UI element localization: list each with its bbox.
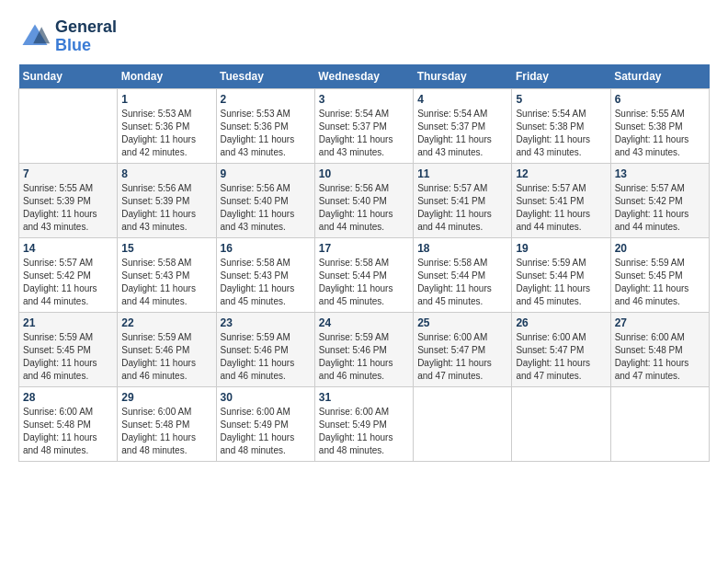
day-info: Sunrise: 6:00 AMSunset: 5:47 PMDaylight:…	[417, 331, 507, 383]
day-number: 28	[23, 391, 113, 404]
calendar-body: 1Sunrise: 5:53 AMSunset: 5:36 PMDaylight…	[19, 88, 710, 461]
day-cell	[414, 386, 512, 461]
day-cell: 20Sunrise: 5:59 AMSunset: 5:45 PMDayligh…	[610, 237, 709, 312]
day-cell: 21Sunrise: 5:59 AMSunset: 5:45 PMDayligh…	[19, 312, 118, 386]
day-info: Sunrise: 6:00 AMSunset: 5:48 PMDaylight:…	[23, 406, 113, 457]
day-cell: 24Sunrise: 5:59 AMSunset: 5:46 PMDayligh…	[314, 312, 413, 386]
day-cell	[512, 386, 610, 461]
day-cell: 23Sunrise: 5:59 AMSunset: 5:46 PMDayligh…	[216, 312, 314, 386]
day-info: Sunrise: 5:54 AMSunset: 5:38 PMDaylight:…	[516, 108, 606, 159]
day-info: Sunrise: 6:00 AMSunset: 5:49 PMDaylight:…	[319, 406, 409, 457]
day-number: 20	[615, 242, 705, 255]
week-row-1: 1Sunrise: 5:53 AMSunset: 5:36 PMDaylight…	[19, 88, 710, 163]
header-cell-friday: Friday	[512, 64, 610, 89]
day-info: Sunrise: 5:58 AMSunset: 5:43 PMDaylight:…	[121, 257, 211, 308]
day-cell: 19Sunrise: 5:59 AMSunset: 5:44 PMDayligh…	[512, 237, 610, 312]
calendar-header: SundayMondayTuesdayWednesdayThursdayFrid…	[19, 64, 710, 89]
week-row-2: 7Sunrise: 5:55 AMSunset: 5:39 PMDaylight…	[19, 163, 710, 237]
day-number: 26	[516, 316, 606, 329]
day-cell: 14Sunrise: 5:57 AMSunset: 5:42 PMDayligh…	[19, 237, 118, 312]
day-cell: 13Sunrise: 5:57 AMSunset: 5:42 PMDayligh…	[610, 163, 709, 237]
day-number: 15	[121, 242, 211, 255]
day-number: 1	[121, 93, 211, 106]
day-info: Sunrise: 5:57 AMSunset: 5:41 PMDaylight:…	[417, 182, 507, 234]
header-row: SundayMondayTuesdayWednesdayThursdayFrid…	[19, 64, 710, 89]
day-number: 4	[417, 93, 507, 106]
header-cell-sunday: Sunday	[19, 64, 118, 89]
logo: General Blue	[18, 18, 117, 55]
day-number: 14	[23, 242, 113, 255]
logo-icon	[18, 20, 51, 53]
day-info: Sunrise: 6:00 AMSunset: 5:49 PMDaylight:…	[221, 406, 311, 457]
day-number: 25	[417, 316, 507, 329]
day-cell: 10Sunrise: 5:56 AMSunset: 5:40 PMDayligh…	[314, 163, 413, 237]
day-number: 2	[221, 93, 311, 106]
day-number: 30	[221, 391, 311, 404]
day-number: 6	[615, 93, 705, 106]
day-number: 7	[23, 167, 113, 180]
day-number: 3	[319, 93, 409, 106]
day-number: 19	[516, 242, 606, 255]
header-cell-saturday: Saturday	[610, 64, 709, 89]
day-cell: 27Sunrise: 6:00 AMSunset: 5:48 PMDayligh…	[610, 312, 709, 386]
day-info: Sunrise: 5:57 AMSunset: 5:42 PMDaylight:…	[23, 257, 113, 308]
day-info: Sunrise: 5:58 AMSunset: 5:44 PMDaylight:…	[417, 257, 507, 308]
day-cell: 30Sunrise: 6:00 AMSunset: 5:49 PMDayligh…	[216, 386, 314, 461]
day-info: Sunrise: 5:57 AMSunset: 5:41 PMDaylight:…	[516, 182, 606, 234]
day-number: 13	[615, 167, 705, 180]
day-info: Sunrise: 5:59 AMSunset: 5:46 PMDaylight:…	[221, 331, 311, 383]
day-cell: 5Sunrise: 5:54 AMSunset: 5:38 PMDaylight…	[512, 88, 610, 163]
day-cell: 15Sunrise: 5:58 AMSunset: 5:43 PMDayligh…	[118, 237, 216, 312]
day-number: 31	[319, 391, 409, 404]
day-number: 5	[516, 93, 606, 106]
header-cell-tuesday: Tuesday	[216, 64, 314, 89]
day-info: Sunrise: 5:59 AMSunset: 5:44 PMDaylight:…	[516, 257, 606, 308]
day-info: Sunrise: 5:56 AMSunset: 5:40 PMDaylight:…	[319, 182, 409, 234]
day-number: 18	[417, 242, 507, 255]
day-number: 21	[23, 316, 113, 329]
day-cell: 1Sunrise: 5:53 AMSunset: 5:36 PMDaylight…	[118, 88, 216, 163]
day-info: Sunrise: 5:54 AMSunset: 5:37 PMDaylight:…	[417, 108, 507, 159]
header: General Blue	[18, 18, 710, 55]
day-cell: 8Sunrise: 5:56 AMSunset: 5:39 PMDaylight…	[118, 163, 216, 237]
day-info: Sunrise: 5:56 AMSunset: 5:40 PMDaylight:…	[221, 182, 311, 234]
day-cell: 29Sunrise: 6:00 AMSunset: 5:48 PMDayligh…	[118, 386, 216, 461]
day-cell: 16Sunrise: 5:58 AMSunset: 5:43 PMDayligh…	[216, 237, 314, 312]
day-info: Sunrise: 6:00 AMSunset: 5:48 PMDaylight:…	[615, 331, 705, 383]
day-number: 27	[615, 316, 705, 329]
day-cell: 2Sunrise: 5:53 AMSunset: 5:36 PMDaylight…	[216, 88, 314, 163]
day-info: Sunrise: 5:58 AMSunset: 5:43 PMDaylight:…	[221, 257, 311, 308]
day-number: 10	[319, 167, 409, 180]
day-number: 29	[121, 391, 211, 404]
day-cell: 31Sunrise: 6:00 AMSunset: 5:49 PMDayligh…	[314, 386, 413, 461]
day-info: Sunrise: 6:00 AMSunset: 5:48 PMDaylight:…	[121, 406, 211, 457]
day-cell: 17Sunrise: 5:58 AMSunset: 5:44 PMDayligh…	[314, 237, 413, 312]
day-number: 24	[319, 316, 409, 329]
day-info: Sunrise: 5:53 AMSunset: 5:36 PMDaylight:…	[121, 108, 211, 159]
day-cell: 4Sunrise: 5:54 AMSunset: 5:37 PMDaylight…	[414, 88, 512, 163]
day-number: 12	[516, 167, 606, 180]
day-info: Sunrise: 5:53 AMSunset: 5:36 PMDaylight:…	[221, 108, 311, 159]
day-info: Sunrise: 5:54 AMSunset: 5:37 PMDaylight:…	[319, 108, 409, 159]
day-cell	[19, 88, 118, 163]
logo-text-line2: Blue	[55, 37, 117, 55]
calendar-table: SundayMondayTuesdayWednesdayThursdayFrid…	[18, 64, 710, 462]
day-number: 16	[221, 242, 311, 255]
day-info: Sunrise: 5:59 AMSunset: 5:45 PMDaylight:…	[615, 257, 705, 308]
day-number: 22	[121, 316, 211, 329]
day-cell: 26Sunrise: 6:00 AMSunset: 5:47 PMDayligh…	[512, 312, 610, 386]
day-info: Sunrise: 5:55 AMSunset: 5:39 PMDaylight:…	[23, 182, 113, 234]
day-info: Sunrise: 5:58 AMSunset: 5:44 PMDaylight:…	[319, 257, 409, 308]
day-number: 8	[121, 167, 211, 180]
day-number: 11	[417, 167, 507, 180]
day-info: Sunrise: 6:00 AMSunset: 5:47 PMDaylight:…	[516, 331, 606, 383]
day-cell: 9Sunrise: 5:56 AMSunset: 5:40 PMDaylight…	[216, 163, 314, 237]
week-row-3: 14Sunrise: 5:57 AMSunset: 5:42 PMDayligh…	[19, 237, 710, 312]
day-number: 23	[221, 316, 311, 329]
day-cell: 7Sunrise: 5:55 AMSunset: 5:39 PMDaylight…	[19, 163, 118, 237]
week-row-4: 21Sunrise: 5:59 AMSunset: 5:45 PMDayligh…	[19, 312, 710, 386]
header-cell-monday: Monday	[118, 64, 216, 89]
day-number: 9	[221, 167, 311, 180]
day-cell: 3Sunrise: 5:54 AMSunset: 5:37 PMDaylight…	[314, 88, 413, 163]
day-number: 17	[319, 242, 409, 255]
